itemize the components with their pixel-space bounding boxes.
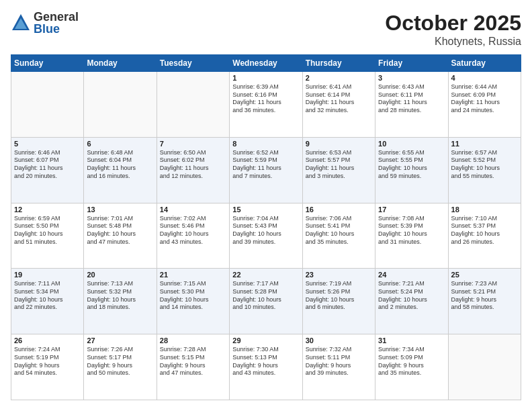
calendar-cell: 2Sunrise: 6:41 AM Sunset: 6:14 PM Daylig…	[302, 72, 375, 138]
day-number: 2	[306, 74, 372, 82]
day-number: 7	[160, 140, 226, 148]
month-title: October 2025	[385, 11, 521, 36]
day-number: 12	[14, 205, 81, 214]
logo-icon	[11, 13, 31, 33]
cell-text: Sunrise: 7:34 AM Sunset: 5:09 PM Dayligh…	[378, 346, 445, 377]
day-number: 1	[232, 74, 299, 82]
cell-text: Sunrise: 7:19 AM Sunset: 5:26 PM Dayligh…	[306, 280, 372, 312]
calendar-table: SundayMondayTuesdayWednesdayThursdayFrid…	[11, 54, 521, 400]
calendar-cell: 13Sunrise: 7:01 AM Sunset: 5:48 PM Dayli…	[84, 203, 157, 269]
calendar-week-row: 26Sunrise: 7:24 AM Sunset: 5:19 PM Dayli…	[11, 334, 521, 400]
cell-text: Sunrise: 7:17 AM Sunset: 5:28 PM Dayligh…	[232, 280, 299, 312]
day-number: 8	[232, 140, 299, 148]
calendar-week-row: 12Sunrise: 6:59 AM Sunset: 5:50 PM Dayli…	[11, 203, 521, 269]
calendar-cell: 23Sunrise: 7:19 AM Sunset: 5:26 PM Dayli…	[302, 269, 375, 334]
cell-text: Sunrise: 6:52 AM Sunset: 5:59 PM Dayligh…	[232, 149, 299, 181]
calendar-cell: 12Sunrise: 6:59 AM Sunset: 5:50 PM Dayli…	[11, 203, 84, 269]
calendar-cell: 24Sunrise: 7:21 AM Sunset: 5:24 PM Dayli…	[375, 269, 448, 334]
calendar-cell: 27Sunrise: 7:26 AM Sunset: 5:17 PM Dayli…	[84, 334, 157, 400]
calendar-cell: 7Sunrise: 6:50 AM Sunset: 6:02 PM Daylig…	[157, 137, 229, 203]
day-number: 19	[14, 271, 81, 279]
day-number: 31	[378, 336, 445, 345]
page: General Blue October 2025 Khotynets, Rus…	[0, 0, 532, 411]
calendar-cell: 21Sunrise: 7:15 AM Sunset: 5:30 PM Dayli…	[157, 269, 229, 334]
header: General Blue October 2025 Khotynets, Rus…	[11, 11, 521, 48]
cell-text: Sunrise: 7:15 AM Sunset: 5:30 PM Dayligh…	[160, 280, 226, 312]
weekday-header-tuesday: Tuesday	[157, 55, 229, 72]
cell-text: Sunrise: 7:24 AM Sunset: 5:19 PM Dayligh…	[14, 346, 81, 377]
cell-text: Sunrise: 6:59 AM Sunset: 5:50 PM Dayligh…	[14, 215, 81, 246]
weekday-header-friday: Friday	[375, 55, 448, 72]
calendar-week-row: 5Sunrise: 6:46 AM Sunset: 6:07 PM Daylig…	[11, 137, 521, 203]
calendar-header-row: SundayMondayTuesdayWednesdayThursdayFrid…	[11, 55, 521, 72]
calendar-cell: 18Sunrise: 7:10 AM Sunset: 5:37 PM Dayli…	[448, 203, 521, 269]
weekday-header-sunday: Sunday	[11, 55, 84, 72]
calendar-cell: 22Sunrise: 7:17 AM Sunset: 5:28 PM Dayli…	[230, 269, 302, 334]
calendar-cell: 4Sunrise: 6:44 AM Sunset: 6:09 PM Daylig…	[448, 72, 521, 138]
day-number: 27	[87, 336, 153, 345]
calendar-cell	[11, 72, 84, 138]
calendar-cell	[84, 72, 157, 138]
cell-text: Sunrise: 7:26 AM Sunset: 5:17 PM Dayligh…	[87, 346, 153, 377]
calendar-week-row: 1Sunrise: 6:39 AM Sunset: 6:16 PM Daylig…	[11, 72, 521, 138]
day-number: 3	[378, 74, 445, 82]
calendar-cell	[448, 334, 521, 400]
calendar-cell: 15Sunrise: 7:04 AM Sunset: 5:43 PM Dayli…	[230, 203, 302, 269]
calendar-cell: 29Sunrise: 7:30 AM Sunset: 5:13 PM Dayli…	[230, 334, 302, 400]
cell-text: Sunrise: 6:46 AM Sunset: 6:07 PM Dayligh…	[14, 149, 81, 181]
day-number: 16	[306, 205, 372, 214]
day-number: 13	[87, 205, 153, 214]
day-number: 18	[451, 205, 518, 214]
cell-text: Sunrise: 7:04 AM Sunset: 5:43 PM Dayligh…	[232, 215, 299, 246]
cell-text: Sunrise: 6:57 AM Sunset: 5:52 PM Dayligh…	[451, 149, 518, 181]
day-number: 14	[160, 205, 226, 214]
day-number: 29	[232, 336, 299, 345]
cell-text: Sunrise: 7:30 AM Sunset: 5:13 PM Dayligh…	[232, 346, 299, 377]
calendar-cell: 10Sunrise: 6:55 AM Sunset: 5:55 PM Dayli…	[375, 137, 448, 203]
cell-text: Sunrise: 7:13 AM Sunset: 5:32 PM Dayligh…	[87, 280, 153, 312]
calendar-cell: 1Sunrise: 6:39 AM Sunset: 6:16 PM Daylig…	[230, 72, 302, 138]
cell-text: Sunrise: 6:44 AM Sunset: 6:09 PM Dayligh…	[451, 83, 518, 115]
cell-text: Sunrise: 6:55 AM Sunset: 5:55 PM Dayligh…	[378, 149, 445, 181]
logo-blue-text: Blue	[34, 23, 79, 35]
day-number: 28	[160, 336, 226, 345]
day-number: 24	[378, 271, 445, 279]
calendar-cell: 3Sunrise: 6:43 AM Sunset: 6:11 PM Daylig…	[375, 72, 448, 138]
calendar-cell: 6Sunrise: 6:48 AM Sunset: 6:04 PM Daylig…	[84, 137, 157, 203]
cell-text: Sunrise: 7:02 AM Sunset: 5:46 PM Dayligh…	[160, 215, 226, 246]
cell-text: Sunrise: 6:53 AM Sunset: 5:57 PM Dayligh…	[306, 149, 372, 181]
day-number: 6	[87, 140, 153, 148]
cell-text: Sunrise: 6:48 AM Sunset: 6:04 PM Dayligh…	[87, 149, 153, 181]
calendar-cell: 5Sunrise: 6:46 AM Sunset: 6:07 PM Daylig…	[11, 137, 84, 203]
calendar-cell: 9Sunrise: 6:53 AM Sunset: 5:57 PM Daylig…	[302, 137, 375, 203]
cell-text: Sunrise: 7:21 AM Sunset: 5:24 PM Dayligh…	[378, 280, 445, 312]
cell-text: Sunrise: 7:23 AM Sunset: 5:21 PM Dayligh…	[451, 280, 518, 312]
cell-text: Sunrise: 7:06 AM Sunset: 5:41 PM Dayligh…	[306, 215, 372, 246]
day-number: 15	[232, 205, 299, 214]
weekday-header-thursday: Thursday	[302, 55, 375, 72]
calendar-cell: 30Sunrise: 7:32 AM Sunset: 5:11 PM Dayli…	[302, 334, 375, 400]
cell-text: Sunrise: 6:39 AM Sunset: 6:16 PM Dayligh…	[232, 83, 299, 115]
day-number: 17	[378, 205, 445, 214]
day-number: 21	[160, 271, 226, 279]
cell-text: Sunrise: 6:50 AM Sunset: 6:02 PM Dayligh…	[160, 149, 226, 181]
day-number: 25	[451, 271, 518, 279]
calendar-cell: 11Sunrise: 6:57 AM Sunset: 5:52 PM Dayli…	[448, 137, 521, 203]
calendar-cell: 28Sunrise: 7:28 AM Sunset: 5:15 PM Dayli…	[157, 334, 229, 400]
calendar-cell: 14Sunrise: 7:02 AM Sunset: 5:46 PM Dayli…	[157, 203, 229, 269]
logo: General Blue	[11, 11, 79, 35]
calendar-cell: 8Sunrise: 6:52 AM Sunset: 5:59 PM Daylig…	[230, 137, 302, 203]
logo-text: General Blue	[34, 11, 79, 35]
calendar-cell: 20Sunrise: 7:13 AM Sunset: 5:32 PM Dayli…	[84, 269, 157, 334]
title-block: October 2025 Khotynets, Russia	[385, 11, 521, 48]
calendar-cell: 16Sunrise: 7:06 AM Sunset: 5:41 PM Dayli…	[302, 203, 375, 269]
weekday-header-wednesday: Wednesday	[230, 55, 302, 72]
cell-text: Sunrise: 7:32 AM Sunset: 5:11 PM Dayligh…	[306, 346, 372, 377]
cell-text: Sunrise: 7:28 AM Sunset: 5:15 PM Dayligh…	[160, 346, 226, 377]
day-number: 20	[87, 271, 153, 279]
cell-text: Sunrise: 7:08 AM Sunset: 5:39 PM Dayligh…	[378, 215, 445, 246]
weekday-header-monday: Monday	[84, 55, 157, 72]
day-number: 9	[306, 140, 372, 148]
day-number: 30	[306, 336, 372, 345]
calendar-cell: 25Sunrise: 7:23 AM Sunset: 5:21 PM Dayli…	[448, 269, 521, 334]
